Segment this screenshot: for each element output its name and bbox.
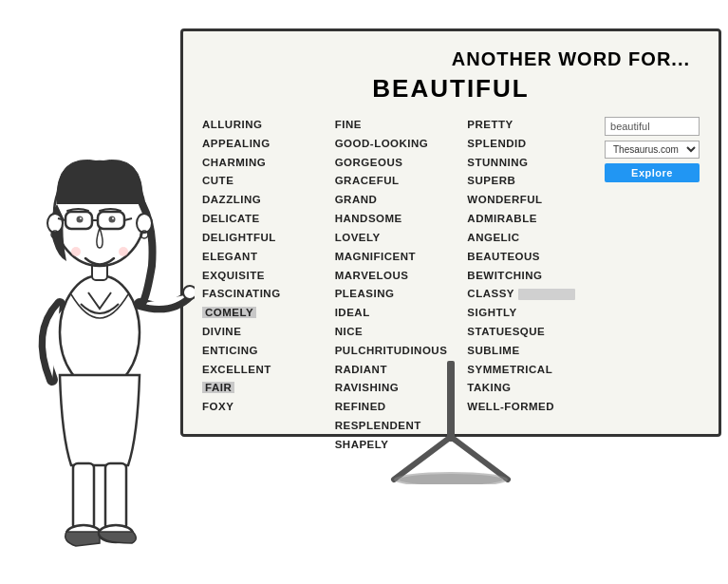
board-subtitle: BEAUTIFUL <box>202 74 700 104</box>
word-item: IDEAL <box>335 305 468 322</box>
svg-point-15 <box>137 214 152 233</box>
word-item: DELIGHTFUL <box>202 230 335 247</box>
word-item: STATUESQUE <box>467 324 600 341</box>
board-title: ANOTHER WORD FOR... <box>202 48 700 70</box>
svg-point-14 <box>47 214 63 233</box>
svg-rect-8 <box>73 463 94 530</box>
word-item: APPEALING <box>202 136 335 153</box>
word-item: GRAND <box>335 192 468 209</box>
source-select[interactable]: Thesaurus.comDictionary.comMerriam-Webst… <box>605 141 700 159</box>
word-item: ADMIRABLE <box>467 211 600 228</box>
word-item: GORGEOUS <box>335 155 468 172</box>
svg-point-27 <box>109 217 116 223</box>
svg-rect-9 <box>105 463 126 530</box>
word-item: COMELY <box>202 305 335 322</box>
word-item: LOVELY <box>335 230 468 247</box>
word-item: SIGHTLY <box>467 305 600 322</box>
word-item: DAZZLING <box>202 192 335 209</box>
word-item: STUNNING <box>467 155 600 172</box>
word-item: EXCELLENT <box>202 362 335 379</box>
word-item: NICE <box>335 324 468 341</box>
character <box>5 38 195 570</box>
whiteboard-container: ANOTHER WORD FOR... BEAUTIFUL ALLURINGAP… <box>180 28 721 484</box>
svg-point-5 <box>60 275 140 389</box>
word-item: CHARMING <box>202 155 335 172</box>
word-item: SPLENDID <box>467 136 600 153</box>
word-item: DIVINE <box>202 324 335 341</box>
svg-point-6 <box>183 286 195 299</box>
svg-rect-0 <box>447 361 455 442</box>
word-item: SUBLIME <box>467 343 600 360</box>
svg-point-29 <box>71 247 81 256</box>
word-item: HANDSOME <box>335 211 468 228</box>
svg-point-25 <box>80 217 82 219</box>
easel-stand <box>356 361 546 484</box>
word-item: FINE <box>335 117 468 134</box>
word-item: ALLURING <box>202 117 335 134</box>
word-item: ENTICING <box>202 343 335 360</box>
word-item: PRETTY <box>467 117 600 134</box>
word-item: FASCINATING <box>202 286 335 303</box>
word-item: BEWITCHING <box>467 268 600 285</box>
word-item: WONDERFUL <box>467 192 600 209</box>
word-item: GRACEFUL <box>335 173 468 190</box>
word-item: SUPERB <box>467 173 600 190</box>
svg-point-24 <box>77 217 84 223</box>
word-item: CLASSY <box>467 286 600 303</box>
word-item: PULCHRITUDINOUS <box>335 343 468 360</box>
word-item: DELICATE <box>202 211 335 228</box>
explore-button[interactable]: Explore <box>605 163 700 182</box>
word-item: MAGNIFICENT <box>335 249 468 266</box>
sidebar-widget: Thesaurus.comDictionary.comMerriam-Webst… <box>600 117 700 454</box>
word-item: EXQUISITE <box>202 268 335 285</box>
word-item: MARVELOUS <box>335 268 468 285</box>
word-item: PLEASING <box>335 286 468 303</box>
word-item: ANGELIC <box>467 230 600 247</box>
svg-point-28 <box>112 217 114 219</box>
word-item: GOOD-LOOKING <box>335 136 468 153</box>
word-column-1: ALLURINGAPPEALINGCHARMINGCUTEDAZZLINGDEL… <box>202 117 335 454</box>
word-item: FAIR <box>202 380 335 397</box>
svg-point-30 <box>119 247 128 256</box>
word-item: CUTE <box>202 173 335 190</box>
search-input[interactable] <box>605 117 700 136</box>
word-item: BEAUTEOUS <box>467 249 600 266</box>
word-item: ELEGANT <box>202 249 335 266</box>
word-item: FOXY <box>202 399 335 416</box>
